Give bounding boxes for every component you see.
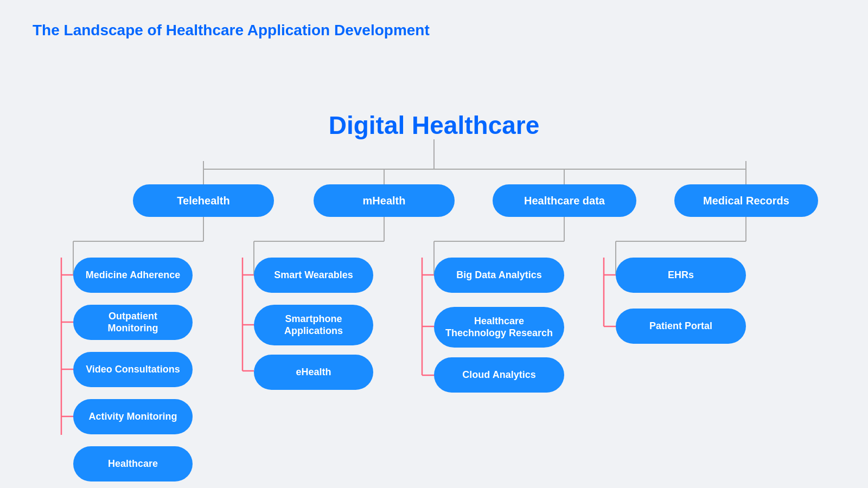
root-node: Digital Healthcare — [298, 110, 570, 142]
node-medicine-adherence: Medicine Adherence — [73, 258, 193, 293]
node-outpatient-monitoring: Outpatient Monitoring — [73, 305, 193, 340]
node-healthcare-data: Healthcare data — [493, 184, 636, 217]
node-mhealth: mHealth — [314, 184, 455, 217]
node-activity-monitoring: Activity Monitoring — [73, 399, 193, 434]
diagram-container: Digital Healthcare Telehealth mHealth He… — [0, 44, 868, 435]
node-medical-records: Medical Records — [674, 184, 818, 217]
node-video-consultations: Video Consultations — [73, 352, 193, 387]
node-ehealth: eHealth — [254, 355, 373, 390]
node-big-data: Big Data Analytics — [434, 258, 564, 293]
node-ehrs: EHRs — [616, 258, 746, 293]
node-patient-portal: Patient Portal — [616, 309, 746, 344]
node-healthcare: Healthcare — [73, 446, 193, 481]
node-smart-wearables: Smart Wearables — [254, 258, 373, 293]
node-telehealth: Telehealth — [133, 184, 274, 217]
page-title: The Landscape of Healthcare Application … — [0, 0, 868, 44]
node-htr: Healthcare Thechnology Research — [434, 307, 564, 348]
node-cloud-analytics: Cloud Analytics — [434, 357, 564, 393]
node-smartphone-apps: Smartphone Applications — [254, 305, 373, 345]
